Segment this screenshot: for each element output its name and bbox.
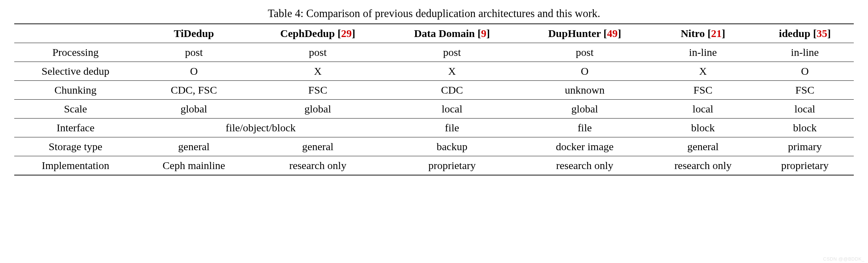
cell: research only xyxy=(251,156,385,175)
cell: global xyxy=(251,100,385,119)
cell: FSC xyxy=(756,81,854,100)
citation-ref: 21 xyxy=(711,27,722,39)
header-datadomain: Data Domain [9] xyxy=(385,24,519,43)
cell: proprietary xyxy=(756,156,854,175)
cell: local xyxy=(650,100,756,119)
table-row: Implementation Ceph mainline research on… xyxy=(14,156,854,175)
header-empty xyxy=(14,24,137,43)
citation-ref: 49 xyxy=(607,27,618,39)
cell: local xyxy=(756,100,854,119)
cell: FSC xyxy=(650,81,756,100)
row-label: Storage type xyxy=(14,137,137,156)
cell: general xyxy=(650,137,756,156)
cell: X xyxy=(251,62,385,81)
table-row: Chunking CDC, FSC FSC CDC unknown FSC FS… xyxy=(14,81,854,100)
header-text: idedup [ xyxy=(779,27,817,39)
cell: post xyxy=(251,43,385,62)
comparison-table: TiDedup CephDedup [29] Data Domain [9] D… xyxy=(14,23,854,175)
cell: CDC, FSC xyxy=(137,81,251,100)
header-cephdedup: CephDedup [29] xyxy=(251,24,385,43)
cell: local xyxy=(385,100,519,119)
cell: O xyxy=(137,62,251,81)
header-text: DupHunter [ xyxy=(548,27,607,39)
table-header-row: TiDedup CephDedup [29] Data Domain [9] D… xyxy=(14,24,854,43)
citation-ref: 29 xyxy=(341,27,352,39)
cell: block xyxy=(650,119,756,137)
row-label: Interface xyxy=(14,119,137,137)
cell: research only xyxy=(519,156,650,175)
cell: in-line xyxy=(650,43,756,62)
table-row: Storage type general general backup dock… xyxy=(14,137,854,156)
cell: post xyxy=(137,43,251,62)
header-nitro: Nitro [21] xyxy=(650,24,756,43)
cell-merged: file/object/block xyxy=(137,119,385,137)
row-label: Chunking xyxy=(14,81,137,100)
cell: global xyxy=(137,100,251,119)
cell: post xyxy=(385,43,519,62)
cell: O xyxy=(519,62,650,81)
cell: general xyxy=(137,137,251,156)
cell: block xyxy=(756,119,854,137)
cell: FSC xyxy=(251,81,385,100)
cell: CDC xyxy=(385,81,519,100)
cell: general xyxy=(251,137,385,156)
cell: file xyxy=(385,119,519,137)
header-text: Data Domain [ xyxy=(414,27,481,39)
header-close: ] xyxy=(486,27,490,39)
cell: unknown xyxy=(519,81,650,100)
header-close: ] xyxy=(618,27,621,39)
cell: research only xyxy=(650,156,756,175)
row-label: Selective dedup xyxy=(14,62,137,81)
cell: proprietary xyxy=(385,156,519,175)
header-duphunter: DupHunter [49] xyxy=(519,24,650,43)
cell: O xyxy=(756,62,854,81)
row-label: Processing xyxy=(14,43,137,62)
cell: global xyxy=(519,100,650,119)
cell: file xyxy=(519,119,650,137)
header-text: CephDedup [ xyxy=(280,27,341,39)
cell: post xyxy=(519,43,650,62)
citation-ref: 35 xyxy=(816,27,827,39)
header-text: Nitro [ xyxy=(681,27,711,39)
table-row: Processing post post post post in-line i… xyxy=(14,43,854,62)
cell: backup xyxy=(385,137,519,156)
header-idedup: idedup [35] xyxy=(756,24,854,43)
cell: docker image xyxy=(519,137,650,156)
table-row: Scale global global local global local l… xyxy=(14,100,854,119)
table-row: Selective dedup O X X O X O xyxy=(14,62,854,81)
header-close: ] xyxy=(722,27,725,39)
header-close: ] xyxy=(352,27,355,39)
cell: Ceph mainline xyxy=(137,156,251,175)
table-row: Interface file/object/block file file bl… xyxy=(14,119,854,137)
cell: X xyxy=(385,62,519,81)
cell: primary xyxy=(756,137,854,156)
row-label: Implementation xyxy=(14,156,137,175)
header-tidedup: TiDedup xyxy=(137,24,251,43)
table-caption: Table 4: Comparison of previous deduplic… xyxy=(14,7,854,20)
row-label: Scale xyxy=(14,100,137,119)
cell: X xyxy=(650,62,756,81)
cell: in-line xyxy=(756,43,854,62)
header-close: ] xyxy=(827,27,831,39)
citation-ref: 9 xyxy=(481,27,486,39)
